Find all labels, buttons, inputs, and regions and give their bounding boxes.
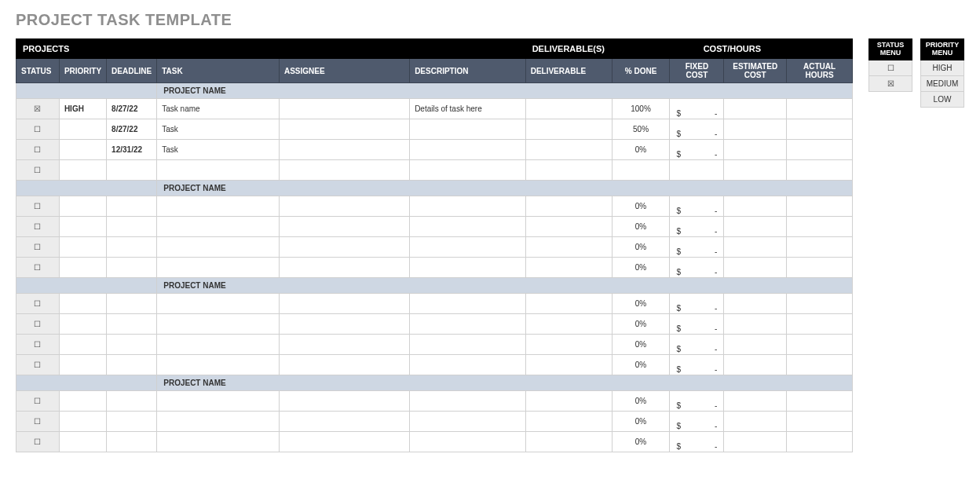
priority-cell[interactable] [59, 196, 106, 217]
priority-cell[interactable] [59, 160, 106, 181]
deadline-cell[interactable] [107, 412, 157, 432]
task-cell[interactable]: Task [157, 140, 280, 160]
actual-hours-cell[interactable] [787, 160, 853, 181]
percent-done-cell[interactable]: 0% [612, 335, 670, 355]
actual-hours-cell[interactable] [787, 99, 853, 119]
fixed-cost-cell[interactable]: $- [670, 258, 724, 278]
percent-done-cell[interactable]: 0% [612, 294, 670, 314]
status-cell[interactable]: ☐ [16, 119, 60, 140]
assignee-cell[interactable] [279, 412, 409, 432]
task-cell[interactable] [157, 355, 280, 375]
description-cell[interactable] [410, 237, 526, 258]
actual-hours-cell[interactable] [787, 412, 853, 432]
task-cell[interactable] [157, 391, 280, 412]
task-cell[interactable] [157, 237, 280, 258]
deliverable-cell[interactable] [525, 160, 612, 181]
task-cell[interactable] [157, 412, 280, 432]
estimated-cost-cell[interactable] [724, 391, 787, 412]
fixed-cost-cell[interactable] [670, 160, 724, 181]
assignee-cell[interactable] [279, 160, 409, 181]
deliverable-cell[interactable] [525, 294, 612, 314]
priority-cell[interactable] [59, 119, 106, 140]
status-cell[interactable]: ☐ [16, 258, 60, 278]
assignee-cell[interactable] [279, 355, 409, 375]
assignee-cell[interactable] [279, 237, 409, 258]
estimated-cost-cell[interactable] [724, 355, 787, 375]
description-cell[interactable] [410, 119, 526, 140]
estimated-cost-cell[interactable] [724, 314, 787, 335]
fixed-cost-cell[interactable]: $- [670, 119, 724, 140]
description-cell[interactable] [410, 432, 526, 452]
deadline-cell[interactable] [107, 355, 157, 375]
estimated-cost-cell[interactable] [724, 99, 787, 119]
deadline-cell[interactable] [107, 196, 157, 217]
priority-cell[interactable] [59, 412, 106, 432]
description-cell[interactable] [410, 412, 526, 432]
fixed-cost-cell[interactable]: $- [670, 314, 724, 335]
deliverable-cell[interactable] [525, 119, 612, 140]
status-cell[interactable]: ☐ [16, 355, 60, 375]
actual-hours-cell[interactable] [787, 119, 853, 140]
project-name-label[interactable]: PROJECT NAME [157, 181, 853, 196]
task-cell[interactable]: Task [157, 119, 280, 140]
percent-done-cell[interactable]: 0% [612, 196, 670, 217]
task-cell[interactable] [157, 258, 280, 278]
priority-cell[interactable]: HIGH [59, 99, 106, 119]
status-cell[interactable]: ☐ [16, 140, 60, 160]
task-cell[interactable] [157, 314, 280, 335]
status-menu-item[interactable]: ☐ [868, 60, 912, 76]
assignee-cell[interactable] [279, 432, 409, 452]
estimated-cost-cell[interactable] [724, 432, 787, 452]
priority-cell[interactable] [59, 391, 106, 412]
estimated-cost-cell[interactable] [724, 412, 787, 432]
percent-done-cell[interactable]: 0% [612, 217, 670, 237]
assignee-cell[interactable] [279, 217, 409, 237]
deliverable-cell[interactable] [525, 217, 612, 237]
task-cell[interactable] [157, 217, 280, 237]
priority-cell[interactable] [59, 294, 106, 314]
deliverable-cell[interactable] [525, 432, 612, 452]
status-cell[interactable]: ☐ [16, 391, 60, 412]
deliverable-cell[interactable] [525, 335, 612, 355]
assignee-cell[interactable] [279, 119, 409, 140]
priority-cell[interactable] [59, 258, 106, 278]
percent-done-cell[interactable]: 0% [612, 432, 670, 452]
estimated-cost-cell[interactable] [724, 294, 787, 314]
estimated-cost-cell[interactable] [724, 335, 787, 355]
priority-cell[interactable] [59, 335, 106, 355]
priority-menu-item[interactable]: LOW [920, 92, 964, 108]
actual-hours-cell[interactable] [787, 432, 853, 452]
deliverable-cell[interactable] [525, 237, 612, 258]
assignee-cell[interactable] [279, 335, 409, 355]
deadline-cell[interactable] [107, 391, 157, 412]
deliverable-cell[interactable] [525, 140, 612, 160]
deadline-cell[interactable] [107, 335, 157, 355]
percent-done-cell[interactable]: 0% [612, 355, 670, 375]
assignee-cell[interactable] [279, 140, 409, 160]
actual-hours-cell[interactable] [787, 335, 853, 355]
status-cell[interactable]: ☐ [16, 314, 60, 335]
percent-done-cell[interactable]: 0% [612, 391, 670, 412]
status-cell[interactable]: ☐ [16, 294, 60, 314]
description-cell[interactable] [410, 391, 526, 412]
fixed-cost-cell[interactable]: $- [670, 335, 724, 355]
estimated-cost-cell[interactable] [724, 258, 787, 278]
status-menu-item[interactable]: ☒ [868, 76, 912, 92]
task-cell[interactable] [157, 160, 280, 181]
status-cell[interactable]: ☐ [16, 432, 60, 452]
priority-menu-item[interactable]: HIGH [920, 60, 964, 76]
deliverable-cell[interactable] [525, 196, 612, 217]
deliverable-cell[interactable] [525, 314, 612, 335]
fixed-cost-cell[interactable]: $- [670, 237, 724, 258]
priority-cell[interactable] [59, 237, 106, 258]
actual-hours-cell[interactable] [787, 258, 853, 278]
deliverable-cell[interactable] [525, 258, 612, 278]
fixed-cost-cell[interactable]: $- [670, 99, 724, 119]
deadline-cell[interactable] [107, 237, 157, 258]
task-cell[interactable] [157, 432, 280, 452]
priority-cell[interactable] [59, 355, 106, 375]
status-cell[interactable]: ☐ [16, 412, 60, 432]
description-cell[interactable]: Details of task here [410, 99, 526, 119]
percent-done-cell[interactable]: 0% [612, 140, 670, 160]
deliverable-cell[interactable] [525, 355, 612, 375]
